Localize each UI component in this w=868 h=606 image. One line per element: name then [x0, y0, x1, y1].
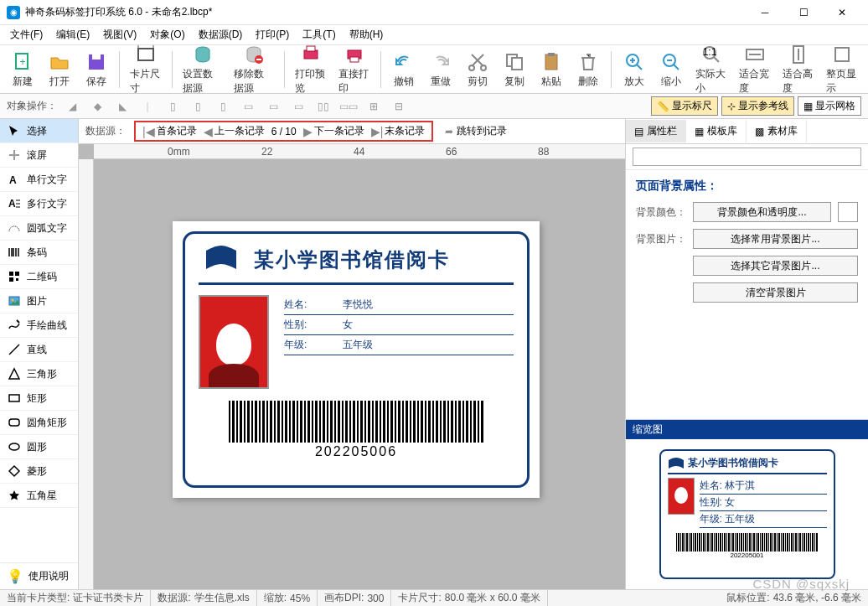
tool-barcode[interactable]: 条码	[0, 241, 78, 265]
bg-color-swatch[interactable]	[838, 202, 858, 222]
tool-qrcode[interactable]: 二维码	[0, 265, 78, 289]
tool-star[interactable]: 五角星	[0, 484, 78, 508]
ruler-mark: 44	[354, 146, 364, 158]
actual-button[interactable]: 1:1实际大小	[690, 41, 732, 97]
setds-label: 设置数据源	[183, 67, 223, 96]
tool-ellipse[interactable]: 圆形	[0, 435, 78, 459]
zoomout-button[interactable]: 缩小	[654, 49, 689, 91]
next-record-button[interactable]: ▶下一条记录	[303, 124, 364, 138]
tool-text-arc[interactable]: 圆弧文字	[0, 216, 78, 241]
first-record-button[interactable]: |◀首条记录	[142, 124, 197, 138]
align-right-icon[interactable]: ▯	[213, 96, 233, 117]
cardsize-label: 卡片尺寸	[130, 67, 162, 96]
bg-image-clear-button[interactable]: 清空背景图片	[693, 282, 858, 303]
cardsize-button[interactable]: 卡片尺寸	[125, 41, 167, 97]
bg-image-common-button[interactable]: 选择常用背景图片...	[693, 229, 858, 249]
tool-text-single[interactable]: A单行文字	[0, 168, 78, 192]
tool-line[interactable]: 直线	[0, 338, 78, 362]
tab-templates[interactable]: ▦模板库	[686, 120, 747, 142]
printpreview-button[interactable]: 打印预览	[290, 41, 332, 97]
tool-image[interactable]: 图片	[0, 289, 78, 313]
redo-button[interactable]: 重做	[423, 49, 458, 91]
cut-button[interactable]: 剪切	[460, 49, 495, 91]
pan-icon	[7, 148, 22, 163]
align-middle-icon[interactable]: ▭	[263, 96, 283, 117]
setds-button[interactable]: 设置数据源	[178, 41, 228, 97]
distribute-h-icon[interactable]: ▯▯	[313, 96, 333, 117]
card-field-row: 年级:五年级	[284, 335, 514, 355]
tool-select[interactable]: 选择	[0, 119, 78, 143]
text-multi-icon: A	[7, 196, 22, 211]
freehand-icon	[7, 318, 22, 333]
save-button[interactable]: 保存	[79, 49, 114, 91]
minimize-button[interactable]: ─	[746, 0, 784, 25]
jump-record-button[interactable]: ➦跳转到记录	[445, 124, 507, 138]
menu-文件(F)[interactable]: 文件(F)	[3, 25, 49, 44]
group-icon[interactable]: ⊞	[364, 96, 384, 117]
align-bottom-icon[interactable]: ▭	[288, 96, 308, 117]
show-grid-toggle[interactable]: ▦显示网格	[798, 96, 861, 116]
right-tabs: ▤属性栏▦模板库▩素材库	[626, 119, 868, 144]
bg-image-other-button[interactable]: 选择其它背景图片...	[693, 256, 858, 276]
last-record-button[interactable]: ▶|末条记录	[371, 124, 426, 138]
removeds-button[interactable]: 移除数据源	[229, 41, 279, 97]
tool-pan[interactable]: 滚屏	[0, 143, 78, 168]
copy-button[interactable]: 复制	[497, 49, 532, 91]
layer-up-icon[interactable]: ◢	[62, 96, 82, 117]
open-button[interactable]: 打开	[42, 49, 77, 91]
undo-button[interactable]: 撤销	[386, 49, 421, 91]
barcode-bars	[229, 401, 483, 443]
align-left-icon[interactable]: ▯	[163, 96, 183, 117]
tool-rect[interactable]: 矩形	[0, 386, 78, 411]
triangle-icon	[7, 366, 22, 381]
tool-diamond[interactable]: 菱形	[0, 459, 78, 484]
ungroup-icon[interactable]: ⊟	[389, 96, 409, 117]
close-button[interactable]: ✕	[823, 0, 861, 25]
menu-编辑(E)[interactable]: 编辑(E)	[49, 25, 96, 44]
delete-label: 删除	[578, 75, 598, 89]
help-button[interactable]: 💡 使用说明	[0, 562, 78, 589]
fith-button[interactable]: 适合高度	[778, 41, 819, 97]
align-center-icon[interactable]: ▯	[188, 96, 208, 117]
paste-button[interactable]: 粘贴	[534, 49, 569, 91]
mini-field-row: 性别:女	[700, 495, 827, 511]
tool-roundrect[interactable]: 圆角矩形	[0, 411, 78, 435]
tool-ellipse-label: 圆形	[27, 440, 47, 454]
cut-icon	[466, 50, 489, 74]
show-ruler-toggle[interactable]: 📏显示标尺	[651, 96, 718, 116]
card[interactable]: 某小学图书馆借阅卡 姓名:李悦悦性别:女年级:五年级 202205006	[173, 221, 540, 498]
prev-record-button[interactable]: ◀上一条记录	[204, 124, 265, 138]
tab-props[interactable]: ▤属性栏	[626, 120, 686, 142]
show-ruler-icon: 📏	[657, 101, 669, 112]
svg-rect-11	[350, 57, 359, 62]
align-top-icon[interactable]: ▭	[238, 96, 258, 117]
fitpage-button[interactable]: 整页显示	[821, 41, 863, 97]
directprint-button[interactable]: 直接打印	[333, 41, 375, 97]
zoomin-button[interactable]: 放大	[617, 49, 652, 91]
field-key: 年级:	[284, 338, 343, 352]
tool-text-multi-label: 多行文字	[27, 197, 67, 211]
canvas[interactable]: 某小学图书馆借阅卡 姓名:李悦悦性别:女年级:五年级 202205006	[94, 159, 625, 589]
printpreview-label: 打印预览	[295, 67, 327, 96]
tool-freehand[interactable]: 手绘曲线	[0, 313, 78, 338]
directprint-label: 直接打印	[338, 67, 370, 96]
tab-assets[interactable]: ▩素材库	[747, 120, 807, 142]
new-button[interactable]: +新建	[5, 49, 40, 91]
bg-color-button[interactable]: 背景颜色和透明度...	[693, 202, 831, 222]
layer-mid-icon[interactable]: ◆	[87, 96, 107, 117]
tool-freehand-label: 手绘曲线	[27, 319, 67, 333]
status-cardtype: 证卡证书类卡片	[73, 591, 143, 605]
delete-button[interactable]: 删除	[571, 49, 606, 91]
undo-icon	[392, 50, 416, 74]
tool-text-multi[interactable]: A多行文字	[0, 192, 78, 216]
tool-triangle[interactable]: 三角形	[0, 362, 78, 386]
distribute-v-icon[interactable]: ▭▭	[338, 96, 359, 117]
layer-down-icon[interactable]: ◣	[112, 96, 132, 117]
svg-rect-28	[9, 272, 13, 276]
show-guides-toggle[interactable]: ⊹显示参考线	[721, 96, 794, 116]
open-label: 打开	[49, 75, 70, 89]
fitw-button[interactable]: 适合宽度	[734, 41, 776, 97]
maximize-button[interactable]: ☐	[784, 0, 823, 25]
search-input[interactable]	[633, 148, 861, 166]
assets-icon: ▩	[755, 126, 764, 137]
